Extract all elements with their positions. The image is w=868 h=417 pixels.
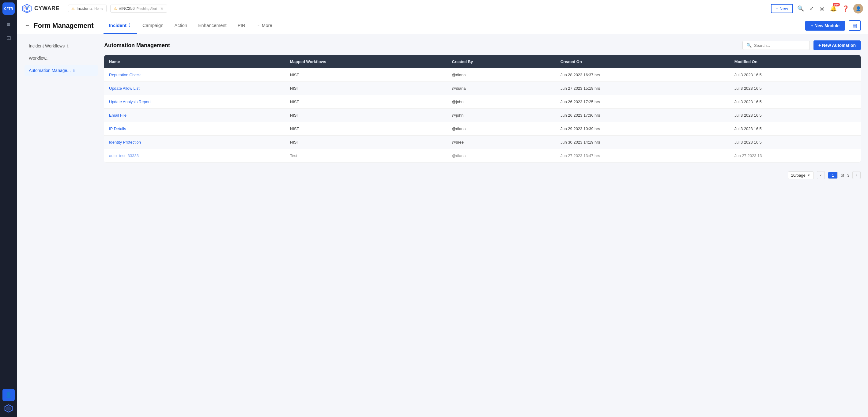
table-row: Update Allow List NIST @diana Jun 27 202… [104,82,861,95]
search-box[interactable]: 🔍 [742,41,810,50]
loader-button[interactable]: ◎ [818,4,826,13]
col-created-on: Created On [556,55,730,68]
topbar: C Y CYWARE ⚠ Incidents Home ⚠ #INC256 Ph… [17,0,868,17]
table-row: IP Details NIST @diana Jun 29 2023 10:39… [104,122,861,136]
cell-created-by: @sree [447,136,556,149]
table-row: auto_test_33333 Test @diana Jun 27 2023 … [104,149,861,163]
left-panel: Incident Workflows ℹ Workflow... Automat… [25,40,98,411]
tab-incidents-home[interactable]: ⚠ Incidents Home [68,5,106,12]
cell-modified-on: Jul 3 2023 16:5 [730,109,861,122]
cell-modified-on: Jul 3 2023 16:5 [730,95,861,109]
more-dots-icon: ⋯ [256,23,261,28]
cell-name[interactable]: Update Analysis Report [104,95,285,109]
new-automation-button[interactable]: + New Automation [813,40,861,50]
left-panel-workflow[interactable]: Workflow... [25,53,98,64]
cell-workflows: NIST [285,136,447,149]
search-button[interactable]: 🔍 [796,4,805,13]
cell-workflows: NIST [285,68,447,82]
page-header: ← Form Management Incident ⋮ Campaign Ac… [17,17,868,34]
tab-inc256-sub: Phishing Alert [136,7,157,10]
cell-workflows: NIST [285,95,447,109]
warn-icon: ⚠ [71,6,75,11]
cell-created-by: @diana [447,122,556,136]
tab-pir[interactable]: PIR [232,17,251,34]
main-layout: ← Form Management Incident ⋮ Campaign Ac… [17,17,868,417]
tab-incidents-label: Incidents [76,6,93,11]
right-panel: Automation Management 🔍 + New Automation… [104,40,861,411]
cell-modified-on: Jul 3 2023 16:5 [730,122,861,136]
prev-page-button[interactable]: ‹ [817,171,825,179]
cell-name[interactable]: Identity Protection [104,136,285,149]
chevron-down-icon: ▼ [807,173,810,177]
sidebar-item-user[interactable]: 👤 [2,389,15,401]
sidebar-item-cyware[interactable] [2,402,15,415]
back-button[interactable]: ← [25,22,30,29]
cell-created-by: @diana [447,149,556,163]
col-mapped-workflows: Mapped Workflows [285,55,447,68]
cell-modified-on: Jul 3 2023 16:5 [730,136,861,149]
tab-enhancement[interactable]: Enhancement [193,17,232,34]
cell-modified-on: Jun 27 2023 13 [730,149,861,163]
notification-button[interactable]: 🔔 99+ [829,4,838,13]
svg-text:C: C [25,7,26,9]
automation-table: Name Mapped Workflows Created By Created… [104,55,861,163]
avatar[interactable]: 👤 [853,4,863,13]
cell-created-on: Jun 29 2023 10:39 hrs [556,122,730,136]
help-button[interactable]: ❓ [841,4,850,13]
tab-inc256[interactable]: ⚠ #INC256 Phishing Alert ✕ [110,5,167,12]
tab-action[interactable]: Action [169,17,193,34]
table-container: Name Mapped Workflows Created By Created… [104,55,861,163]
new-button[interactable]: + New [771,4,793,13]
close-icon[interactable]: ✕ [160,6,164,11]
cell-name[interactable]: IP Details [104,122,285,136]
cell-workflows: NIST [285,82,447,95]
tab-inc256-label: #INC256 [119,6,134,11]
notification-badge: 99+ [833,3,840,6]
cell-created-by: @john [447,95,556,109]
automation-header-right: 🔍 + New Automation [742,40,861,50]
cell-name[interactable]: Reputation Check [104,68,285,82]
cell-name[interactable]: auto_test_33333 [104,149,285,163]
info-icon-workflows[interactable]: ℹ [67,44,69,49]
logo-text: CYWARE [34,5,59,12]
current-page-input[interactable] [828,172,838,179]
page-size-select[interactable]: 10/page ▼ [788,171,814,179]
page-title: Form Management [34,22,94,30]
cell-created-on: Jun 26 2023 17:36 hrs [556,109,730,122]
info-icon-automation[interactable]: ℹ [73,68,75,73]
left-panel-automation-manage[interactable]: Automation Manage... ℹ [25,65,98,76]
brand-label: CFTR [4,7,13,10]
tab-campaign[interactable]: Campaign [137,17,169,34]
cell-workflows: NIST [285,109,447,122]
checkmark-button[interactable]: ✓ [808,4,815,13]
nav-tabs: Incident ⋮ Campaign Action Enhancement P… [103,17,806,34]
search-input[interactable] [754,43,806,48]
pagination: 10/page ▼ ‹ of 3 › [104,167,861,183]
sidebar-item-terminal[interactable]: ⊡ [2,32,15,44]
cell-modified-on: Jul 3 2023 16:5 [730,82,861,95]
sidebar-item-menu[interactable]: ≡ [2,19,15,31]
table-row: Identity Protection NIST @sree Jun 30 20… [104,136,861,149]
table-row: Email File NIST @john Jun 26 2023 17:36 … [104,109,861,122]
left-panel-incident-workflows[interactable]: Incident Workflows ℹ [25,40,98,52]
tab-incidents-sub: Home [94,7,103,10]
tab-more[interactable]: ⋯ More [251,17,278,34]
cell-name[interactable]: Email File [104,109,285,122]
cell-created-by: @john [447,109,556,122]
total-pages: 3 [847,173,849,178]
sidebar-brand: CFTR [2,2,15,15]
automation-header: Automation Management 🔍 + New Automation [104,40,861,50]
tab-incident[interactable]: Incident ⋮ [103,17,137,34]
cell-workflows: NIST [285,122,447,136]
table-row: Update Analysis Report NIST @john Jun 26… [104,95,861,109]
content-area: Incident Workflows ℹ Workflow... Automat… [17,34,868,417]
next-page-button[interactable]: › [852,171,861,179]
incident-tab-menu-icon[interactable]: ⋮ [128,23,131,27]
cell-workflows: Test [285,149,447,163]
cell-created-on: Jun 28 2023 16:37 hrs [556,68,730,82]
cell-created-on: Jun 27 2023 13:47 hrs [556,149,730,163]
grid-view-button[interactable]: ▤ [849,20,861,31]
cell-name[interactable]: Update Allow List [104,82,285,95]
new-module-button[interactable]: + New Module [805,21,845,31]
search-icon: 🔍 [746,43,752,48]
